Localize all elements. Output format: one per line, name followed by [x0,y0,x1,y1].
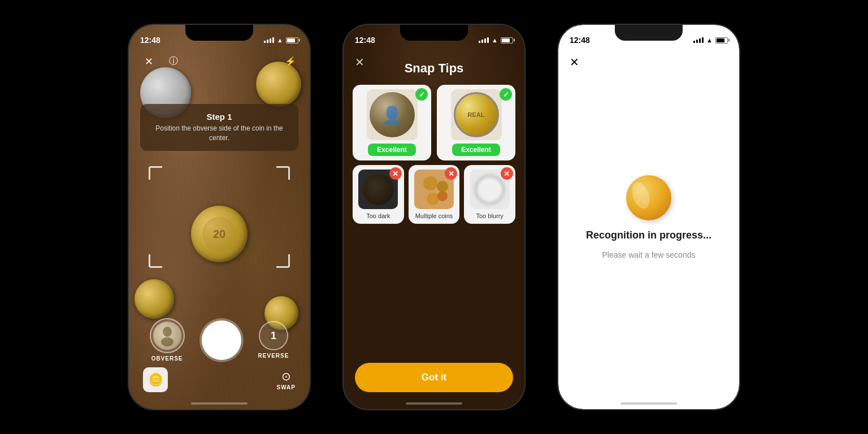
close-button-recognition[interactable]: ✕ [570,55,579,69]
bar4 [272,37,274,43]
step-description: Position the obverse side of the coin in… [149,124,289,143]
bar1-3 [693,41,695,43]
coin-img-good-1: 👤 [367,89,418,140]
battery [286,37,298,44]
blurry-coin [474,174,505,205]
close-button-tips[interactable]: ✕ [355,55,364,69]
svg-point-1 [161,337,173,346]
corner-bl [149,254,162,268]
bar4-2 [487,37,489,43]
signal-bars [264,37,274,43]
coin-icon-button[interactable]: 🪙 [143,367,168,392]
battery-3 [715,37,728,44]
status-icons-recognition: ▲ [693,37,728,44]
badge-bad-1: ✕ [389,167,402,180]
tip-card-good-2: ✓ REAL Excellent [437,85,515,160]
time-recognition: 12:48 [570,36,590,45]
bg-coin-gold-bl [134,279,174,319]
signal-bars-3 [693,37,704,43]
got-it-label: Got it [422,372,446,383]
notch [185,25,253,41]
bar1 [264,41,266,43]
corner-tl [149,166,162,180]
dark-coin [363,174,394,205]
phone-camera: 20 12:48 ▲ [129,25,310,409]
tip-card-good-1: ✓ 👤 Excellent [353,85,431,160]
quality-label-2: Excellent [452,144,500,156]
obverse-label: OBVERSE [151,355,183,362]
step-title: Step 1 [149,112,289,121]
time-camera: 12:48 [140,36,160,45]
tip-card-bad-3: ✕ Too blurry [464,165,515,224]
obverse-button[interactable]: OBVERSE [150,318,185,362]
battery-fill-2 [502,38,510,42]
multi-coin-1 [423,176,437,190]
status-icons-camera: ▲ [264,37,298,44]
info-button-camera[interactable]: ⓘ [166,53,181,69]
notch-3 [615,25,683,41]
bar1-2 [479,41,480,43]
wifi-icon-3: ▲ [706,37,713,44]
reverse-label: REVERSE [258,353,289,359]
got-it-button[interactable]: Got it [355,363,513,392]
good-tips-grid: ✓ 👤 Excellent ✓ REAL [344,85,524,160]
multi-coin-2 [437,181,448,192]
signal-bars-2 [479,37,489,43]
status-icons-tips: ▲ [479,37,513,44]
bad-label-1: Too dark [366,212,390,219]
phone-recognition: 12:48 ▲ ✕ [558,25,739,409]
tip-card-bad-2: ✕ Multiple coins [409,165,460,224]
flash-button-camera[interactable]: ⚡ [283,53,298,69]
home-indicator-2 [406,402,462,405]
bad-label-3: Too blurry [476,212,504,219]
recognition-subtitle: Please wait a few seconds [602,250,696,259]
corner-tr [276,166,290,180]
reverse-circle: 1 [259,321,288,350]
spinning-coin [626,175,671,220]
reverse-button[interactable]: 1 REVERSE [258,321,289,359]
badge-good-2: ✓ [500,88,512,101]
step-instruction-box: Step 1 Position the obverse side of the … [140,104,298,151]
bar2-2 [481,40,483,43]
swap-icon: ⊙ [281,370,291,383]
notch-2 [400,25,468,41]
home-indicator-1 [191,402,248,405]
bar3-3 [699,38,701,43]
bad-label-2: Multiple coins [415,212,453,219]
swap-button[interactable]: ⊙ SWAP [277,370,296,390]
close-button-camera[interactable]: ✕ [140,53,157,70]
tip-card-bad-1: ✕ Too dark [353,165,404,224]
bar4-3 [702,37,704,43]
bottom-controls: OBVERSE 1 REVERSE 🪙 ⊙ SWAP [129,318,310,392]
obverse-inner [153,322,181,350]
time-tips: 12:48 [355,36,375,45]
wifi-icon-2: ▲ [492,37,498,44]
bottom-row: 🪙 ⊙ SWAP [129,367,310,392]
coin-circle-good-1: 👤 [370,92,415,137]
multi-coin-4 [437,191,448,201]
bar3 [270,38,271,43]
coin-circle-good-2: REAL [454,92,499,137]
battery-fill-3 [717,38,724,42]
capture-row: OBVERSE 1 REVERSE [129,318,310,362]
bar2 [267,40,268,43]
capture-button[interactable] [202,320,241,360]
scan-frame [149,166,290,268]
phone-snap-tips: 12:48 ▲ ✕ Snap Tips [344,25,524,409]
battery-2 [501,37,513,44]
badge-bad-2: ✕ [445,167,457,180]
bar3-2 [484,38,486,43]
corner-br [276,254,290,268]
snap-tips-title: Snap Tips [344,50,524,85]
recognition-content: Recognition in progress... Please wait a… [558,25,739,409]
recognition-title: Recognition in progress... [586,229,711,241]
battery-fill [287,38,295,42]
badge-bad-3: ✕ [501,167,513,180]
quality-label-1: Excellent [368,144,416,156]
svg-point-0 [163,327,172,337]
swap-label: SWAP [277,384,296,390]
bad-tips-grid: ✕ Too dark ✕ Multiple coins [344,160,524,228]
obverse-circle [150,318,185,353]
phones-container: 20 12:48 ▲ [0,0,868,434]
home-indicator-3 [620,402,677,405]
